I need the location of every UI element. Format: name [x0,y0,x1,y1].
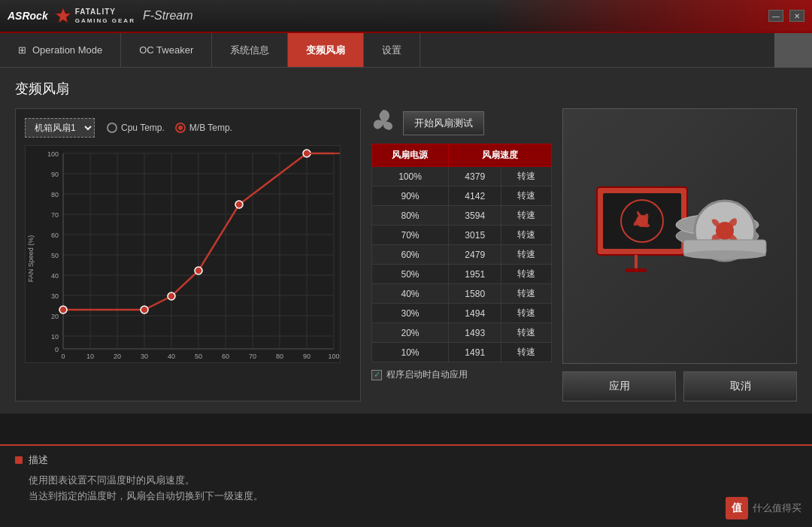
svg-point-49 [168,292,175,300]
action-buttons: 应用 取消 [562,371,797,401]
svg-rect-56 [635,255,638,268]
watermark-icon: 值 [726,497,748,519]
svg-text:100: 100 [47,150,59,158]
svg-text:30: 30 [141,353,148,360]
svg-text:70: 70 [249,353,256,360]
auto-apply-checkbox[interactable]: ✓ 程序启动时自动应用 [371,368,552,381]
svg-text:10: 10 [51,333,59,341]
svg-point-50 [195,267,202,274]
svg-point-66 [683,250,766,259]
cell-power: 70% [372,226,449,245]
cell-speed: 3015 [448,226,501,245]
desc-header: 描述 [15,453,797,467]
content-area: 机箱风扇1 机箱风扇2 CPU风扇 Cpu Temp. M/B Temp. [15,108,797,401]
svg-text:0: 0 [61,353,65,360]
svg-text:10: 10 [86,353,94,360]
svg-text:0: 0 [55,346,59,353]
tab-operation-mode[interactable]: ⊞ Operation Mode [0,33,121,67]
table-row: 20% 1493 转速 [372,323,552,343]
radio-mb-temp[interactable]: M/B Temp. [175,123,232,133]
radio-cpu-temp[interactable]: Cpu Temp. [107,123,165,133]
chart-panel: 机箱风扇1 机箱风扇2 CPU风扇 Cpu Temp. M/B Temp. [15,108,361,401]
svg-text:50: 50 [195,353,202,360]
watermark: 值 什么值得买 [726,497,801,519]
cell-speed: 1951 [448,265,501,284]
svg-point-48 [141,306,148,313]
cell-unit: 转速 [501,323,552,343]
desc-text: 使用图表设置不同温度时的风扇速度。 当达到指定的温度时，风扇会自动切换到下一级速… [15,473,797,504]
table-header-speed: 风扇速度 [448,144,551,167]
nav-bar: ⊞ Operation Mode OC Tweaker 系统信息 变频风扇 设置 [0,33,812,68]
page-title: 变频风扇 [15,80,797,98]
cell-speed: 4142 [448,186,501,206]
svg-rect-57 [626,268,647,272]
right-panel: 应用 取消 [562,108,797,401]
tab-system-info[interactable]: 系统信息 [212,33,288,67]
fan-selector: 机箱风扇1 机箱风扇2 CPU风扇 [25,118,95,138]
svg-text:100: 100 [328,353,339,360]
minimize-button[interactable]: — [768,10,783,22]
svg-text:40: 40 [168,353,175,360]
desc-line1: 使用图表设置不同温度时的风扇速度。 [29,474,195,486]
fan-chart-svg: 100 90 80 70 60 50 40 30 20 10 0 0 10 20… [25,145,341,363]
cell-speed: 2479 [448,245,501,265]
svg-text:20: 20 [114,353,121,360]
logo-asrock: ASRock [8,10,48,22]
cell-unit: 转速 [501,284,552,304]
cell-speed: 1493 [448,323,501,343]
cell-speed: 1491 [448,343,501,362]
fan-test-header: 开始风扇测试 [371,108,552,138]
radio-cpu-label: Cpu Temp. [121,123,165,133]
svg-text:50: 50 [51,252,59,259]
table-row: 90% 4142 转速 [372,186,552,206]
radio-cpu-circle [107,123,117,133]
tab-oc-tweaker-label: OC Tweaker [139,44,193,56]
cell-power: 50% [372,265,449,284]
fan-select-dropdown[interactable]: 机箱风扇1 机箱风扇2 CPU风扇 [25,118,95,138]
svg-text:70: 70 [51,211,59,219]
cell-power: 80% [372,206,449,226]
tab-system-info-label: 系统信息 [230,44,269,57]
fan-chart-container: 100 90 80 70 60 50 40 30 20 10 0 0 10 20… [25,145,351,371]
cell-unit: 转速 [501,245,552,265]
cell-power: 40% [372,284,449,304]
table-row: 10% 1491 转速 [372,343,552,362]
tab-operation-mode-label: Operation Mode [32,44,102,56]
table-row: 50% 1951 转速 [372,265,552,284]
fan-spin-icon [371,108,395,138]
cell-power: 90% [372,186,449,206]
cell-speed: 3594 [448,206,501,226]
svg-text:80: 80 [51,191,59,198]
cell-unit: 转速 [501,343,552,362]
desc-title: 描述 [29,453,48,467]
close-button[interactable]: ✕ [789,10,804,22]
table-row: 80% 3594 转速 [372,206,552,226]
tab-fan-control-label: 变频风扇 [306,44,345,57]
svg-text:Temperature (C): Temperature (C) [174,362,223,363]
title-bar: ASRock FATALITYGAMING GEAR F-Stream — ✕ [0,0,812,33]
grid-icon: ⊞ [18,44,26,56]
main-content: 变频风扇 机箱风扇1 机箱风扇2 CPU风扇 Cpu Temp. [0,68,812,413]
cell-power: 20% [372,323,449,343]
bottom-bar: 描述 使用图表设置不同温度时的风扇速度。 当达到指定的温度时，风扇会自动切换到下… [0,444,812,527]
radio-mb-circle [175,123,186,133]
thumbnail-area [774,33,812,68]
fan-illustration-box [562,108,797,364]
table-row: 100% 4379 转速 [372,167,552,186]
tab-oc-tweaker[interactable]: OC Tweaker [121,33,212,67]
table-row: 70% 3015 转速 [372,226,552,245]
table-header-power: 风扇电源 [372,144,449,167]
svg-text:60: 60 [51,232,59,239]
svg-marker-0 [56,8,71,23]
svg-point-51 [235,201,243,208]
apply-button[interactable]: 应用 [562,371,676,401]
tab-fan-control[interactable]: 变频风扇 [288,33,364,67]
desc-dot [15,456,23,464]
fan-test-button[interactable]: 开始风扇测试 [403,111,484,135]
cell-unit: 转速 [501,226,552,245]
cell-unit: 转速 [501,167,552,186]
radio-mb-label: M/B Temp. [189,123,232,133]
cancel-button[interactable]: 取消 [683,371,797,401]
tab-settings[interactable]: 设置 [364,33,420,67]
auto-apply-label: 程序启动时自动应用 [386,368,468,381]
